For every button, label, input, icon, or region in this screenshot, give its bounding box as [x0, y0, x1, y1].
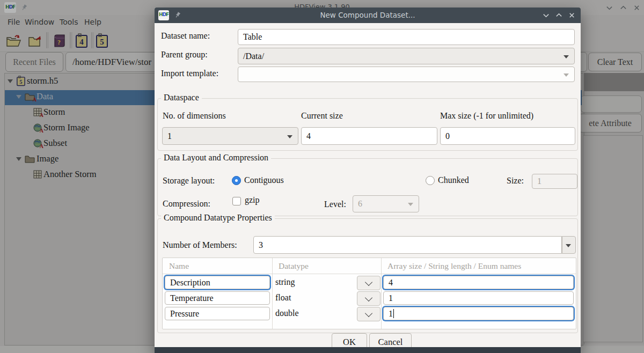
table-header-name: Name [169, 261, 189, 271]
datatype-dropdown-button[interactable] [357, 307, 380, 321]
member-datatype-value: float [275, 293, 291, 303]
current-size-input[interactable]: 4 [301, 127, 437, 145]
member-datatype-value: double [275, 308, 299, 318]
storage-layout-label: Storage layout: [163, 176, 215, 186]
contiguous-radio[interactable] [232, 176, 241, 185]
chevron-down-icon [365, 293, 372, 301]
chevron-down-icon [365, 278, 372, 285]
dialog-bottom-frame [155, 347, 581, 353]
member-name-value: Description [170, 278, 210, 288]
table-header-datatype: Datatype [279, 261, 309, 271]
chunk-size-input[interactable]: 1 [532, 174, 577, 189]
member-size-value: 4 [389, 278, 393, 288]
dataset-name-label: Dataset name: [161, 31, 210, 41]
max-size-label: Max size (-1 for unlimited) [440, 111, 533, 121]
chevron-down-icon [564, 73, 569, 77]
member-size-input[interactable]: 1 [383, 307, 574, 320]
dims-combobox[interactable]: 1 [162, 127, 298, 145]
number-of-members-dropdown-button[interactable] [562, 236, 576, 254]
minimize-icon[interactable] [542, 11, 550, 21]
contiguous-label: Contiguous [244, 175, 284, 185]
compound-group: Compound Datatype Properties Number of M… [157, 218, 578, 333]
table-header-arraysize: Array size / String length / Enum names [387, 261, 521, 271]
chevron-down-icon [564, 55, 569, 58]
chevron-down-icon [287, 135, 292, 138]
number-of-members-input[interactable]: 3 [253, 236, 562, 254]
dims-value: 1 [167, 131, 172, 141]
import-template-label: Import template: [161, 69, 218, 78]
chunk-size-value: 1 [537, 176, 541, 186]
member-datatype-value: string [275, 277, 295, 287]
member-name-input[interactable]: Description [165, 276, 270, 289]
dataset-name-value: Table [243, 32, 262, 42]
level-label: Level: [324, 200, 346, 209]
current-size-value: 4 [306, 131, 311, 141]
close-icon[interactable] [568, 11, 576, 21]
layout-legend: Data Layout and Compression [161, 153, 271, 163]
dataset-name-input[interactable]: Table [238, 29, 575, 45]
max-size-value: 0 [445, 131, 450, 141]
dialog-titlebar[interactable]: HDF New Compound Dataset... [155, 8, 581, 23]
compound-legend: Compound Datatype Properties [161, 213, 275, 223]
member-size-value: 1 [389, 293, 393, 303]
member-name-input[interactable]: Pressure [165, 307, 270, 320]
member-size-value: 1 [389, 309, 393, 319]
datatype-dropdown-button[interactable] [357, 291, 380, 306]
parent-group-combobox[interactable]: /Data/ [238, 48, 575, 64]
level-value: 6 [358, 199, 362, 209]
chunked-label: Chunked [438, 175, 469, 185]
member-name-value: Pressure [170, 309, 199, 319]
chunked-radio[interactable] [426, 176, 435, 185]
chevron-down-icon [365, 309, 372, 317]
number-of-members-label: Number of Members: [163, 240, 237, 250]
parent-group-value: /Data/ [243, 52, 264, 61]
column-divider [272, 258, 273, 329]
max-size-input[interactable]: 0 [440, 127, 575, 145]
member-name-value: Temperature [170, 293, 214, 303]
chevron-down-icon [408, 203, 413, 206]
chunk-size-label: Size: [507, 176, 524, 186]
dialog-title: New Compound Dataset... [155, 11, 581, 19]
member-table: Name Datatype Array size / String length… [162, 258, 576, 329]
dialog-body: Dataset name: Table Parent group: /Data/… [155, 23, 581, 347]
current-size-label: Current size [301, 111, 343, 121]
number-of-members-value: 3 [259, 240, 263, 250]
datatype-dropdown-button[interactable] [357, 276, 380, 290]
header-divider [163, 274, 576, 274]
parent-group-label: Parent group: [161, 50, 208, 60]
member-name-input[interactable]: Temperature [165, 291, 270, 305]
screen: HDF HDFView 3.1.90 File Window Tools Hel… [0, 0, 644, 353]
gzip-label: gzip [245, 195, 260, 205]
level-combobox[interactable]: 6 [353, 195, 419, 212]
text-caret [393, 309, 394, 318]
dataspace-group: Dataspace No. of dimensions Current size… [157, 98, 578, 151]
dataspace-legend: Dataspace [161, 93, 202, 102]
dims-label: No. of dimensions [163, 111, 226, 121]
member-size-input[interactable]: 1 [383, 291, 574, 305]
compression-label: Compression: [163, 199, 210, 209]
member-size-input[interactable]: 4 [383, 276, 574, 289]
import-template-combobox[interactable] [238, 67, 575, 82]
gzip-checkbox[interactable] [232, 197, 241, 205]
layout-group: Data Layout and Compression Storage layo… [157, 158, 578, 216]
maximize-icon[interactable] [555, 11, 563, 21]
column-divider [381, 258, 382, 329]
chevron-down-icon [566, 244, 571, 247]
new-compound-dataset-dialog: HDF New Compound Dataset... Dataset name… [155, 8, 581, 353]
